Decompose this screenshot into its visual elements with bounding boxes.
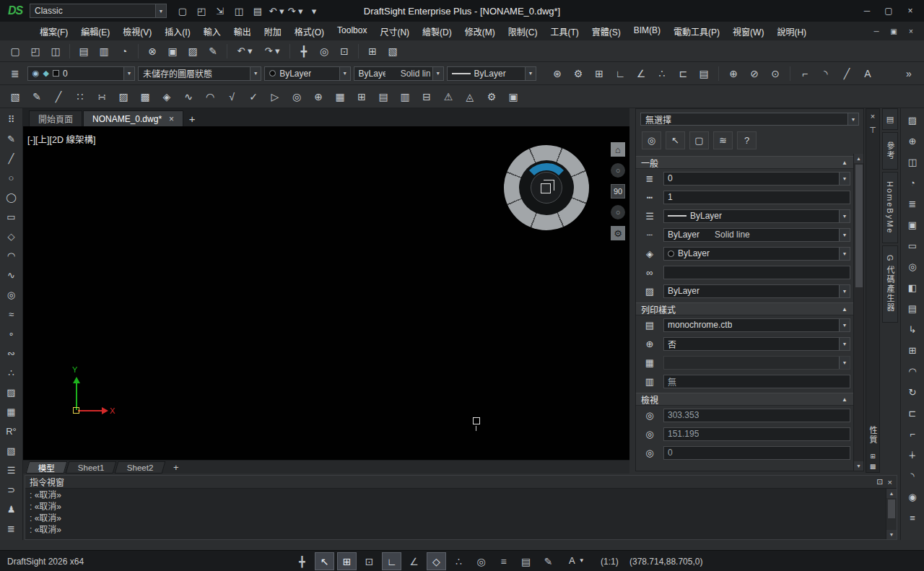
layers-manager-button[interactable]: ≣ [6, 65, 25, 82]
scatter-button[interactable]: ∴ [1, 363, 22, 383]
tab-references[interactable]: 參考 [882, 132, 898, 170]
circle-point-button[interactable]: ⊙ [766, 65, 785, 82]
float-window-button[interactable]: ⊡ [876, 477, 883, 487]
menu-import[interactable]: 輸入 [197, 22, 227, 41]
entity-snap-button[interactable]: ⊛ [548, 65, 567, 82]
save-button[interactable]: ◫ [230, 3, 248, 19]
menu-modify[interactable]: 修改(M) [458, 22, 502, 41]
close-window-button[interactable]: × [888, 477, 892, 487]
standards-button[interactable]: ◬ [461, 88, 479, 105]
print-table-combo[interactable]: monochrome.ctb ▼ [663, 318, 850, 332]
grid-button[interactable]: ▦ [1, 402, 22, 422]
undo-button[interactable]: ↶ ▾ [267, 3, 286, 19]
menu-export[interactable]: 輸出 [227, 22, 258, 41]
corner-button[interactable]: ⌐ [902, 424, 923, 445]
close-button[interactable]: × [899, 2, 921, 19]
hatch-button[interactable]: ▨ [1, 383, 22, 402]
close-tab-icon[interactable]: × [169, 114, 174, 124]
arc-3point-button[interactable]: ◠ [201, 88, 219, 105]
sheet-tab-sheet2[interactable]: Sheet2 [115, 461, 166, 474]
point-button[interactable]: ∘ [1, 324, 22, 344]
undo-button[interactable]: ↶ ▾ [232, 43, 258, 60]
cabinet-button[interactable]: ◫ [902, 152, 923, 173]
scrollbar-thumb[interactable] [888, 500, 895, 518]
warning-button[interactable]: ⚠ [439, 88, 458, 105]
construction-line-button[interactable]: ╱ [49, 88, 68, 105]
revolve-button[interactable]: ↻ [902, 382, 923, 403]
print-display-combo[interactable]: 否 ▼ [663, 337, 850, 351]
wheel-hub[interactable] [531, 172, 562, 204]
menu-draw[interactable]: 繪製(D) [416, 22, 458, 41]
scroll-up-icon[interactable]: ▲ [854, 154, 864, 163]
table-cell-button[interactable]: ⊞ [352, 88, 371, 105]
scrollbar-thumb[interactable] [855, 165, 863, 287]
import-button[interactable]: ⇲ [211, 3, 230, 19]
rectangle-button[interactable]: ▭ [1, 207, 22, 227]
selection-filter-combo[interactable]: 無選擇 ▼ [640, 113, 859, 126]
s-curve-button[interactable]: ∿ [1, 266, 22, 285]
section-general[interactable]: 一般 ▲ [636, 156, 853, 169]
annotation-scale-button[interactable]: ▤ [694, 65, 713, 82]
properties-scrollbar[interactable]: ▲ ▼ [853, 154, 863, 471]
redo-button[interactable]: ↷ ▾ [259, 43, 285, 60]
view-center-x-input[interactable]: 303.353 [663, 409, 850, 422]
customize-quick-access-button[interactable]: ▾ [305, 3, 323, 19]
design-library-button[interactable]: ▧ [383, 43, 402, 60]
task-gear-button[interactable]: ⚙ [482, 88, 501, 105]
stack-button[interactable]: ≡ [902, 507, 923, 528]
view-center-y-input[interactable]: 151.195 [663, 427, 850, 441]
toolbar-overflow-button[interactable]: » [899, 65, 918, 82]
menu-help[interactable]: 說明(H) [770, 22, 813, 41]
help-button[interactable]: ? [737, 131, 757, 149]
annotation-scale-selector[interactable]: A ▼ [569, 555, 585, 566]
wheel-settings-button[interactable]: ⚙ [611, 226, 625, 240]
save-button[interactable]: ◫ [46, 43, 65, 60]
orbit-down-button[interactable]: ○ [611, 205, 625, 219]
sheet-tab-model[interactable]: 模型 [26, 461, 68, 474]
half-square-button[interactable]: ◧ [902, 277, 923, 298]
spline-button[interactable]: ∿ [179, 88, 198, 105]
palette-button[interactable]: ▣ [504, 88, 523, 105]
menu-dimension[interactable]: 尺寸(N) [373, 22, 416, 41]
options-button[interactable]: ⊞ [363, 43, 382, 60]
snap-marker-button[interactable]: ╋ [292, 552, 312, 570]
options-button[interactable]: ≣ [1, 519, 22, 539]
table-button[interactable]: ▦ [331, 88, 349, 105]
hyperlink-input[interactable] [663, 266, 850, 279]
mdi-minimize-button[interactable]: ─ [868, 24, 885, 38]
play-button[interactable]: ▷ [266, 88, 284, 105]
command-scrollbar[interactable]: ▲ ▼ [886, 489, 897, 539]
drawing-canvas[interactable]: [-][上][2D 線架構] ⌂ ○ 90 ○ ⚙ [23, 126, 629, 460]
track-button[interactable]: ∴ [653, 65, 671, 82]
batch-print-button[interactable]: ▥ [95, 43, 113, 60]
grid-settings-button[interactable]: ⊞ [590, 65, 609, 82]
orbit-up-button[interactable]: ○ [611, 163, 625, 178]
new-sheet-button[interactable]: + [169, 461, 183, 474]
line-color-combo[interactable]: ByLayer ▼ [264, 66, 350, 81]
command-window-header[interactable]: 指令視窗 ⊡ × [25, 476, 897, 489]
cursor-select-button[interactable]: ↖ [315, 552, 334, 570]
circle-button[interactable]: ○ [1, 168, 22, 188]
transparency-combo[interactable]: ByLayer ▼ [663, 284, 850, 298]
menu-constraints[interactable]: 限制(C) [502, 22, 544, 41]
polar-button[interactable]: ∠ [404, 552, 424, 570]
line-style-combo[interactable]: ByLayer Solid line ▼ [354, 66, 444, 81]
tab-homebyme[interactable]: HomeByMe [882, 172, 898, 243]
menu-power-tools[interactable]: 電動工具(P) [667, 22, 726, 41]
arc-button[interactable]: ◠ [1, 246, 22, 266]
chart-button[interactable]: ▥ [396, 88, 414, 105]
text-style-button[interactable]: A [858, 65, 877, 82]
home-view-button[interactable]: ⌂ [611, 142, 625, 157]
gradient-button[interactable]: ▩ [136, 88, 154, 105]
print-preview-button[interactable]: ◔ [115, 43, 134, 60]
ortho-button[interactable]: ∟ [382, 552, 401, 570]
smart-select-button[interactable]: ◎ [642, 131, 661, 149]
redo-button[interactable]: ↷ ▾ [286, 3, 305, 19]
line-button[interactable]: ╱ [837, 65, 856, 82]
menu-format[interactable]: 格式(O) [288, 22, 331, 41]
boundary-button[interactable]: ◈ [157, 88, 176, 105]
dock-fill-button[interactable]: ▩ [867, 461, 879, 471]
new-tab-button[interactable]: + [184, 110, 200, 126]
menu-window[interactable]: 視窗(W) [726, 22, 770, 41]
clip-button[interactable]: ⊃ [1, 480, 22, 500]
